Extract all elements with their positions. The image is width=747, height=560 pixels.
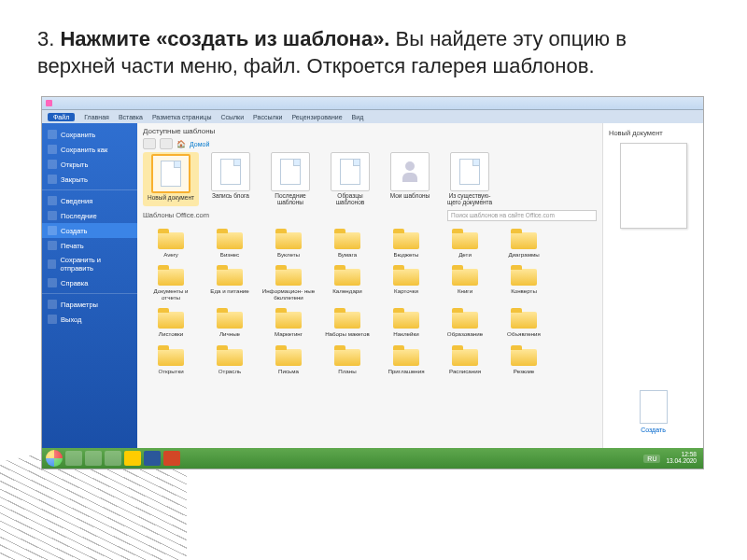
- taskbar-word-icon[interactable]: [144, 451, 161, 466]
- template-folder[interactable]: Календари: [319, 260, 375, 301]
- tab-file[interactable]: Файл: [48, 113, 75, 121]
- folder-icon: [511, 349, 537, 366]
- template-folder[interactable]: Листовки: [143, 303, 199, 338]
- template-folder[interactable]: Приглашения: [378, 341, 434, 375]
- sidebar-item-9[interactable]: Справка: [42, 275, 137, 290]
- folder-label: Буклеты: [277, 252, 300, 259]
- template-folder[interactable]: Планы: [319, 341, 375, 375]
- sidebar-item-3[interactable]: Закрыть: [42, 172, 137, 187]
- folder-icon: [393, 269, 419, 286]
- template-folder[interactable]: Бюджеты: [378, 224, 434, 259]
- folder-icon: [393, 232, 419, 249]
- preview-title: Новый документ: [609, 129, 663, 137]
- sidebar-item-0[interactable]: Сохранить: [42, 127, 137, 142]
- folder-icon: [158, 312, 184, 329]
- window-titlebar: [42, 97, 703, 110]
- folder-label: Бюджеты: [394, 252, 419, 259]
- folder-label: Конверты: [511, 288, 537, 295]
- preview-page: [620, 143, 687, 229]
- template-label: Образцы шаблонов: [323, 193, 377, 206]
- sidebar-item-6[interactable]: Создать: [42, 223, 137, 238]
- tab-refs[interactable]: Ссылки: [220, 114, 244, 120]
- taskbar-explorer-icon[interactable]: [65, 451, 82, 466]
- template-folder[interactable]: Карточки: [378, 260, 434, 301]
- template-folder[interactable]: Бизнес: [202, 224, 258, 259]
- sidebar-item-2[interactable]: Открыть: [42, 157, 137, 172]
- template-folder[interactable]: Резюме: [496, 341, 552, 375]
- tab-review[interactable]: Рецензирование: [292, 114, 343, 120]
- template-item[interactable]: Новый документ: [143, 152, 199, 206]
- taskbar-app-icon[interactable]: [85, 451, 102, 466]
- template-folder[interactable]: Объявления: [496, 303, 552, 338]
- tab-home[interactable]: Главная: [84, 114, 109, 120]
- template-thumb: [151, 154, 190, 193]
- taskbar-powerpoint-icon[interactable]: [163, 451, 180, 466]
- folder-label: Объявления: [507, 331, 541, 338]
- template-folder[interactable]: Avery: [143, 224, 199, 259]
- start-button[interactable]: [46, 450, 63, 467]
- sidebar-item-label: Открыть: [61, 161, 88, 169]
- template-folder[interactable]: Наборы макетов: [319, 303, 375, 338]
- template-folder[interactable]: Личные: [202, 303, 258, 338]
- template-label: Последние шаблоны: [263, 193, 317, 206]
- template-folder[interactable]: Диаграммы: [496, 224, 552, 259]
- nav-back-button[interactable]: [143, 138, 156, 149]
- template-folder[interactable]: Бумага: [319, 224, 375, 259]
- template-folder[interactable]: Буклеты: [261, 224, 317, 259]
- folder-label: Диаграммы: [508, 252, 539, 259]
- template-item[interactable]: Последние шаблоны: [262, 152, 318, 206]
- home-link[interactable]: Домой: [190, 141, 209, 147]
- folder-label: Календари: [332, 288, 361, 295]
- taskbar-yandex-icon[interactable]: [124, 451, 141, 466]
- sidebar-item-label: Создать: [61, 227, 88, 235]
- template-folder[interactable]: Маркетинг: [261, 303, 317, 338]
- template-thumb: [450, 152, 489, 191]
- template-folder[interactable]: Дети: [437, 224, 493, 259]
- sidebar-item-1[interactable]: Сохранить как: [42, 142, 137, 157]
- sidebar-item-7[interactable]: Печать: [42, 238, 137, 253]
- folder-label: Карточки: [394, 288, 418, 295]
- template-folder[interactable]: Книги: [437, 260, 493, 301]
- template-folder[interactable]: Расписания: [437, 341, 493, 375]
- template-folder[interactable]: Еда и питание: [202, 260, 258, 301]
- folder-label: Образование: [447, 331, 483, 338]
- search-templates-input[interactable]: Поиск шаблонов на сайте Office.com: [447, 210, 597, 221]
- nav-forward-button[interactable]: [160, 138, 173, 149]
- template-folder-grid: AveryБизнесБуклетыБумагаБюджетыДетиДиагр…: [143, 224, 597, 375]
- template-folder[interactable]: Письма: [261, 341, 317, 375]
- clock[interactable]: 12:58 13.04.2020: [663, 452, 699, 465]
- template-folder[interactable]: Отрасль: [202, 341, 258, 375]
- template-folder[interactable]: Открытки: [143, 341, 199, 375]
- sidebar-item-8[interactable]: Сохранить и отправить: [42, 253, 137, 275]
- tab-insert[interactable]: Вставка: [119, 114, 143, 120]
- sidebar-item-11[interactable]: Выход: [42, 312, 137, 327]
- taskbar-app-icon[interactable]: [105, 451, 121, 466]
- folder-icon: [452, 312, 478, 329]
- create-button[interactable]: Создать: [640, 390, 668, 433]
- available-templates-title: Доступные шаблоны: [143, 127, 597, 135]
- tab-layout[interactable]: Разметка страницы: [152, 114, 212, 120]
- sidebar-icon: [48, 226, 57, 235]
- sidebar-item-5[interactable]: Последние: [42, 208, 137, 223]
- template-folder[interactable]: Наклейки: [378, 303, 434, 338]
- folder-label: Резюме: [514, 369, 534, 375]
- template-folder[interactable]: Информацион- ные бюллетени: [261, 260, 317, 301]
- tab-mailings[interactable]: Рассылки: [253, 114, 282, 120]
- home-icon: 🏠: [176, 140, 186, 148]
- template-folder[interactable]: Образование: [437, 303, 493, 338]
- sidebar-icon: [48, 315, 57, 324]
- sidebar-item-10[interactable]: Параметры: [42, 297, 137, 312]
- sidebar-item-4[interactable]: Сведения: [42, 193, 137, 208]
- language-indicator[interactable]: RU: [643, 455, 660, 463]
- template-item[interactable]: Образцы шаблонов: [322, 152, 378, 206]
- sidebar-item-label: Справка: [61, 279, 88, 287]
- template-item[interactable]: Запись блога: [203, 152, 259, 206]
- folder-icon: [334, 232, 360, 249]
- sidebar-icon: [48, 211, 57, 220]
- template-item[interactable]: Из существую- щего документа: [442, 152, 498, 206]
- template-folder[interactable]: Конверты: [496, 260, 552, 301]
- template-label: Запись блога: [212, 193, 249, 200]
- template-folder[interactable]: Документы и отчеты: [143, 260, 199, 301]
- template-item[interactable]: Мои шаблоны: [382, 152, 438, 206]
- tab-view[interactable]: Вид: [352, 114, 364, 120]
